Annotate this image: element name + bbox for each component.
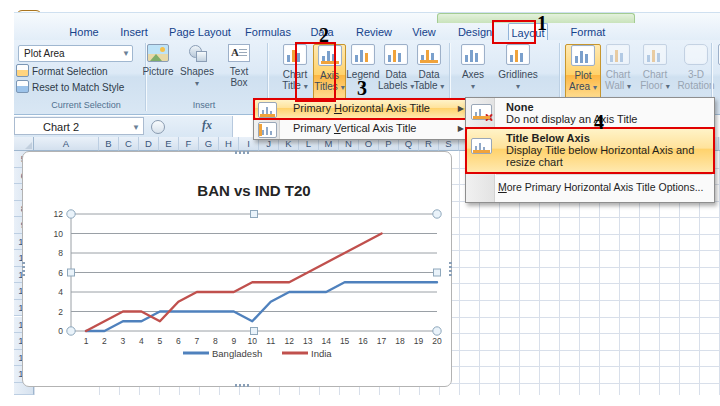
data-table-button[interactable]: DataTable ▾ [411,44,447,98]
red-x-icon [484,113,493,122]
formula-bar-button[interactable] [151,120,165,134]
submenu-arrow-icon: ▶ [458,104,464,113]
picture-label: Picture [142,66,173,77]
plot-area-button[interactable]: PlotArea ▾ [565,44,601,100]
column-header-B[interactable]: B [99,137,119,151]
chart-floor-button: ChartFloor ▾ [636,44,674,98]
shapes-icon [187,44,207,62]
svg-text:20: 20 [432,336,442,346]
gridlines-icon [506,44,530,65]
svg-text:14: 14 [321,336,331,346]
chart-tools-contextual-band [437,13,635,23]
svg-text:0: 0 [58,326,63,336]
horizontal-axis-title-icon [258,102,277,118]
menu-item-primary-horizontal[interactable]: Primary Horizontal Axis Title ▶ [254,99,469,119]
selection-dots-top[interactable] [235,151,250,154]
chart-title-label-1: Chart [283,69,307,80]
select-all-corner[interactable] [14,137,34,151]
column-header-H[interactable]: H [219,137,239,151]
chart-object[interactable]: BAN vs IND T20 0246810121234567891011121… [22,151,452,387]
data-table-label-2: Table [414,80,438,91]
title-below-axis-icon [471,138,492,154]
three-d-rotation-label-1: 3-D [688,69,704,80]
column-header-E[interactable]: E [159,137,179,151]
svg-text:19: 19 [414,336,424,346]
submenu-item-more-options[interactable]: More Primary Horizontal Axis Title Optio… [466,173,714,195]
menu-item-primary-vertical[interactable]: Primary Vertical Axis Title ▶ [254,119,469,138]
axis-titles-button[interactable]: AxisTitles ▾ [313,44,346,100]
axes-button[interactable]: Axes▾ [454,44,492,98]
svg-text:17: 17 [377,336,387,346]
svg-text:11: 11 [266,336,275,346]
svg-text:8: 8 [58,248,63,258]
tab-formulas[interactable]: Formulas [240,23,296,41]
chevron-down-icon: ▾ [304,82,308,91]
vertical-axis-title-icon [258,122,277,138]
data-labels-button[interactable]: DataLabels ▾ [378,44,414,98]
selection-dots-right[interactable] [449,262,452,277]
chevron-down-icon: ▾ [666,82,670,91]
chevron-down-icon: ▾ [627,82,631,91]
svg-text:Bangladesh: Bangladesh [212,348,262,359]
picture-button[interactable]: Picture [140,44,176,98]
svg-text:India: India [311,348,332,359]
chart-wall-label-2: Wall [605,80,624,91]
tab-format[interactable]: Format [564,23,612,41]
format-selection-label: Format Selection [32,66,108,77]
group-label-current-selection: Current Selection [24,100,148,112]
annotation-step-2: 2 [319,25,329,45]
chevron-down-icon: ▾ [440,82,444,91]
tab-design[interactable]: Design [450,23,500,41]
name-box[interactable]: Chart 2 ▼ [14,117,144,135]
text-box-label-2: Box [230,77,247,88]
submenu-item-none[interactable]: None Do not display an Axis Title [466,98,714,128]
column-header-C[interactable]: C [119,137,139,151]
data-labels-icon [384,44,408,65]
tab-review[interactable]: Review [349,23,399,41]
chart-elements-combobox[interactable]: Plot Area ▼ [18,45,133,62]
axis-titles-menu: Primary Horizontal Axis Title ▶ Primary … [253,98,470,140]
three-d-rotation-label-2: Rotation [677,80,714,91]
text-box-icon: A [228,44,250,62]
chart-floor-label-2: Floor [640,80,663,91]
plot-area-label-2: Area [569,81,590,92]
column-header-A[interactable]: A [34,137,99,151]
trendline-button-clipped[interactable]: Tr [715,44,720,98]
chart-title-button[interactable]: ChartTitle ▾ [276,44,314,98]
svg-text:13: 13 [303,336,313,346]
svg-text:4: 4 [139,336,144,346]
gridlines-button[interactable]: Gridlines▾ [493,44,543,98]
shapes-button[interactable]: Shapes▾ [177,44,217,98]
insert-function-icon[interactable]: fx [202,118,212,133]
text-box-label-1: Text [230,66,248,77]
menu-item-label: Primary Vertical Axis Title [293,122,417,134]
selection-dots-left[interactable] [22,262,25,277]
svg-text:2: 2 [58,307,63,317]
column-header-F[interactable]: F [179,137,199,151]
text-box-button[interactable]: A TextBox [222,44,256,98]
chart-floor-label-1: Chart [643,69,667,80]
column-header-G[interactable]: G [199,137,219,151]
svg-text:6: 6 [176,336,181,346]
chart-title-label-2: Title [282,80,301,91]
svg-text:9: 9 [231,336,236,346]
column-header-D[interactable]: D [139,137,159,151]
plot-area-icon [571,45,595,66]
tab-home[interactable]: Home [62,23,106,41]
axes-label: Axes [462,69,484,80]
submenu-arrow-icon: ▶ [458,124,464,133]
svg-text:4: 4 [58,287,63,297]
submenu-item-title-below-axis[interactable]: Title Below Axis Display Title below Hor… [466,128,714,173]
tab-page-layout[interactable]: Page Layout [166,23,234,41]
reset-to-match-style-button[interactable]: Reset to Match Style [16,80,124,94]
format-selection-button[interactable]: Format Selection [16,64,108,78]
data-table-icon [417,44,441,65]
selection-dots-bottom[interactable] [235,384,250,387]
tab-insert[interactable]: Insert [112,23,156,41]
legend-icon [351,44,375,65]
gridlines-label: Gridlines [498,69,537,80]
plot-area-label-1: Plot [574,70,591,81]
shapes-label: Shapes [180,66,214,77]
chart-wall-icon [606,44,630,65]
tab-view[interactable]: View [404,23,444,41]
